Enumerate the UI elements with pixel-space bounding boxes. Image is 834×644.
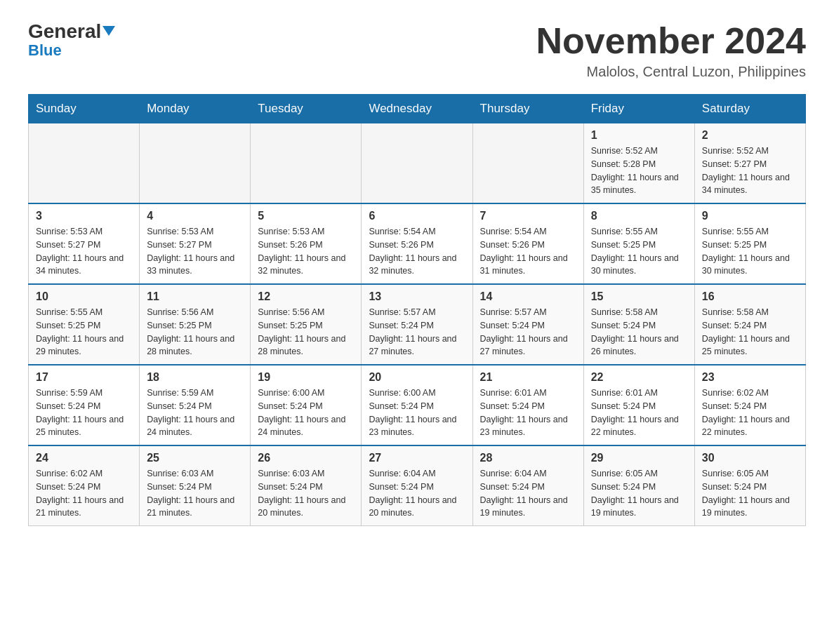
weekday-header-monday: Monday: [140, 95, 251, 123]
calendar-cell: 7Sunrise: 5:54 AM Sunset: 5:26 PM Daylig…: [472, 203, 583, 284]
day-info: Sunrise: 6:05 AM Sunset: 5:24 PM Dayligh…: [591, 467, 687, 520]
day-number: 22: [591, 371, 687, 384]
day-info: Sunrise: 6:00 AM Sunset: 5:24 PM Dayligh…: [369, 387, 465, 439]
day-number: 7: [480, 210, 576, 222]
day-info: Sunrise: 6:04 AM Sunset: 5:24 PM Dayligh…: [369, 467, 465, 520]
day-info: Sunrise: 6:00 AM Sunset: 5:24 PM Dayligh…: [258, 387, 354, 439]
day-info: Sunrise: 5:58 AM Sunset: 5:24 PM Dayligh…: [702, 306, 798, 358]
day-number: 15: [591, 290, 687, 303]
day-info: Sunrise: 5:53 AM Sunset: 5:27 PM Dayligh…: [147, 225, 243, 278]
calendar-cell: 18Sunrise: 5:59 AM Sunset: 5:24 PM Dayli…: [140, 365, 251, 445]
calendar-cell: 10Sunrise: 5:55 AM Sunset: 5:25 PM Dayli…: [29, 284, 140, 365]
calendar-cell: 23Sunrise: 6:02 AM Sunset: 5:24 PM Dayli…: [694, 365, 805, 445]
day-info: Sunrise: 5:55 AM Sunset: 5:25 PM Dayligh…: [36, 306, 132, 358]
calendar-cell: 11Sunrise: 5:56 AM Sunset: 5:25 PM Dayli…: [140, 284, 251, 365]
day-number: 2: [702, 129, 798, 142]
calendar-cell: 30Sunrise: 6:05 AM Sunset: 5:24 PM Dayli…: [694, 445, 805, 526]
day-info: Sunrise: 5:59 AM Sunset: 5:24 PM Dayligh…: [36, 387, 132, 439]
calendar-cell: 26Sunrise: 6:03 AM Sunset: 5:24 PM Dayli…: [251, 445, 362, 526]
day-number: 12: [258, 290, 354, 303]
day-info: Sunrise: 5:57 AM Sunset: 5:24 PM Dayligh…: [480, 306, 576, 358]
calendar-cell: 14Sunrise: 5:57 AM Sunset: 5:24 PM Dayli…: [472, 284, 583, 365]
day-number: 5: [258, 210, 354, 222]
day-info: Sunrise: 5:56 AM Sunset: 5:25 PM Dayligh…: [258, 306, 354, 358]
day-info: Sunrise: 5:57 AM Sunset: 5:24 PM Dayligh…: [369, 306, 465, 358]
calendar-cell: 6Sunrise: 5:54 AM Sunset: 5:26 PM Daylig…: [362, 203, 472, 284]
calendar-cell: [472, 123, 583, 204]
calendar-cell: 3Sunrise: 5:53 AM Sunset: 5:27 PM Daylig…: [29, 203, 140, 284]
calendar-cell: 25Sunrise: 6:03 AM Sunset: 5:24 PM Dayli…: [140, 445, 251, 526]
calendar-cell: 24Sunrise: 6:02 AM Sunset: 5:24 PM Dayli…: [29, 445, 140, 526]
day-info: Sunrise: 5:52 AM Sunset: 5:28 PM Dayligh…: [591, 145, 687, 197]
day-info: Sunrise: 5:53 AM Sunset: 5:26 PM Dayligh…: [258, 225, 354, 278]
day-number: 8: [591, 210, 687, 222]
day-number: 30: [702, 452, 798, 464]
calendar-cell: 4Sunrise: 5:53 AM Sunset: 5:27 PM Daylig…: [140, 203, 251, 284]
day-info: Sunrise: 6:01 AM Sunset: 5:24 PM Dayligh…: [480, 387, 576, 439]
calendar-cell: 12Sunrise: 5:56 AM Sunset: 5:25 PM Dayli…: [251, 284, 362, 365]
calendar-cell: [140, 123, 251, 204]
week-row-2: 3Sunrise: 5:53 AM Sunset: 5:27 PM Daylig…: [29, 203, 806, 284]
day-number: 25: [147, 452, 243, 464]
day-number: 21: [480, 371, 576, 384]
day-number: 23: [702, 371, 798, 384]
logo: General Blue: [28, 21, 115, 60]
calendar-cell: [251, 123, 362, 204]
day-number: 4: [147, 210, 243, 222]
main-title: November 2024: [536, 21, 806, 61]
week-row-4: 17Sunrise: 5:59 AM Sunset: 5:24 PM Dayli…: [29, 365, 806, 445]
calendar-table: SundayMondayTuesdayWednesdayThursdayFrid…: [28, 94, 806, 526]
day-info: Sunrise: 6:03 AM Sunset: 5:24 PM Dayligh…: [258, 467, 354, 520]
day-number: 14: [480, 290, 576, 303]
day-number: 3: [36, 210, 132, 222]
calendar-cell: 1Sunrise: 5:52 AM Sunset: 5:28 PM Daylig…: [583, 123, 694, 204]
weekday-header-friday: Friday: [583, 95, 694, 123]
day-info: Sunrise: 6:04 AM Sunset: 5:24 PM Dayligh…: [480, 467, 576, 520]
day-number: 9: [702, 210, 798, 222]
day-number: 17: [36, 371, 132, 384]
day-info: Sunrise: 5:54 AM Sunset: 5:26 PM Dayligh…: [369, 225, 465, 278]
day-number: 28: [480, 452, 576, 464]
calendar-cell: 13Sunrise: 5:57 AM Sunset: 5:24 PM Dayli…: [362, 284, 472, 365]
day-number: 20: [369, 371, 465, 384]
day-number: 6: [369, 210, 465, 222]
day-number: 29: [591, 452, 687, 464]
calendar-cell: [362, 123, 472, 204]
calendar-cell: 20Sunrise: 6:00 AM Sunset: 5:24 PM Dayli…: [362, 365, 472, 445]
calendar-cell: 2Sunrise: 5:52 AM Sunset: 5:27 PM Daylig…: [694, 123, 805, 204]
weekday-header-sunday: Sunday: [29, 95, 140, 123]
day-number: 16: [702, 290, 798, 303]
calendar-cell: 19Sunrise: 6:00 AM Sunset: 5:24 PM Dayli…: [251, 365, 362, 445]
calendar-cell: 22Sunrise: 6:01 AM Sunset: 5:24 PM Dayli…: [583, 365, 694, 445]
weekday-header-tuesday: Tuesday: [251, 95, 362, 123]
day-info: Sunrise: 5:52 AM Sunset: 5:27 PM Dayligh…: [702, 145, 798, 197]
day-number: 26: [258, 452, 354, 464]
weekday-header-row: SundayMondayTuesdayWednesdayThursdayFrid…: [29, 95, 806, 123]
day-number: 24: [36, 452, 132, 464]
calendar-cell: 28Sunrise: 6:04 AM Sunset: 5:24 PM Dayli…: [472, 445, 583, 526]
calendar-cell: 15Sunrise: 5:58 AM Sunset: 5:24 PM Dayli…: [583, 284, 694, 365]
week-row-5: 24Sunrise: 6:02 AM Sunset: 5:24 PM Dayli…: [29, 445, 806, 526]
page-header: General Blue November 2024 Malolos, Cent…: [28, 21, 806, 80]
calendar-cell: [29, 123, 140, 204]
calendar-cell: 9Sunrise: 5:55 AM Sunset: 5:25 PM Daylig…: [694, 203, 805, 284]
day-info: Sunrise: 6:01 AM Sunset: 5:24 PM Dayligh…: [591, 387, 687, 439]
calendar-cell: 8Sunrise: 5:55 AM Sunset: 5:25 PM Daylig…: [583, 203, 694, 284]
day-number: 13: [369, 290, 465, 303]
logo-triangle-icon: [102, 26, 115, 36]
day-info: Sunrise: 5:54 AM Sunset: 5:26 PM Dayligh…: [480, 225, 576, 278]
day-info: Sunrise: 6:02 AM Sunset: 5:24 PM Dayligh…: [36, 467, 132, 520]
day-info: Sunrise: 5:56 AM Sunset: 5:25 PM Dayligh…: [147, 306, 243, 358]
logo-blue-text: Blue: [28, 41, 62, 60]
day-number: 1: [591, 129, 687, 142]
calendar-cell: 16Sunrise: 5:58 AM Sunset: 5:24 PM Dayli…: [694, 284, 805, 365]
day-info: Sunrise: 5:55 AM Sunset: 5:25 PM Dayligh…: [591, 225, 687, 278]
day-info: Sunrise: 5:55 AM Sunset: 5:25 PM Dayligh…: [702, 225, 798, 278]
day-info: Sunrise: 5:58 AM Sunset: 5:24 PM Dayligh…: [591, 306, 687, 358]
calendar-cell: 17Sunrise: 5:59 AM Sunset: 5:24 PM Dayli…: [29, 365, 140, 445]
weekday-header-saturday: Saturday: [694, 95, 805, 123]
week-row-3: 10Sunrise: 5:55 AM Sunset: 5:25 PM Dayli…: [29, 284, 806, 365]
subtitle: Malolos, Central Luzon, Philippines: [536, 64, 806, 80]
calendar-cell: 29Sunrise: 6:05 AM Sunset: 5:24 PM Dayli…: [583, 445, 694, 526]
day-info: Sunrise: 6:03 AM Sunset: 5:24 PM Dayligh…: [147, 467, 243, 520]
